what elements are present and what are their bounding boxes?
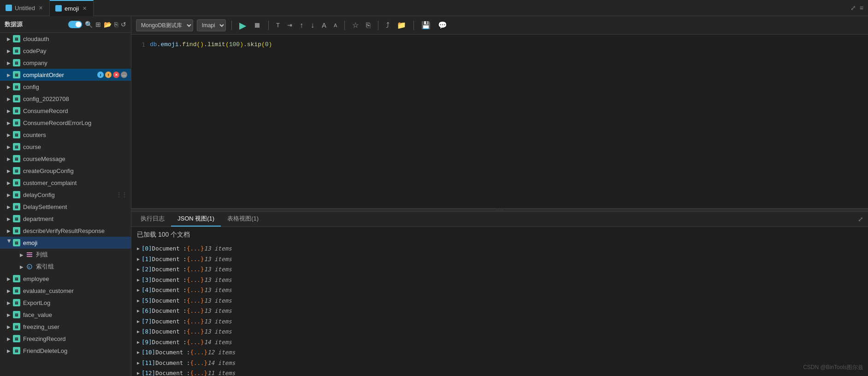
expand-icon[interactable]: ⤢ bbox=[850, 4, 856, 12]
badge-error: ✕ bbox=[113, 72, 119, 78]
menu-icon[interactable]: ≡ bbox=[860, 4, 863, 12]
tab-untitled-close[interactable]: ✕ bbox=[38, 4, 44, 12]
copy2-icon[interactable]: ⎘ bbox=[364, 20, 372, 30]
doc-document-label: Document : bbox=[152, 275, 187, 286]
arrow-sub-icon: ▶ bbox=[18, 263, 25, 270]
document-row[interactable]: ▶[5] Document : {...} 13 items bbox=[137, 296, 862, 306]
sidebar-item-config[interactable]: ▶ ▤ config bbox=[0, 81, 131, 93]
doc-expand-arrow: ▶ bbox=[137, 245, 140, 253]
arrow-icon: ▶ bbox=[6, 227, 12, 234]
collection-icon: ▤ bbox=[13, 323, 20, 330]
sidebar-item-ConsumeRecordErrorLog[interactable]: ▶ ▤ ConsumeRecordErrorLog bbox=[0, 117, 131, 129]
code-dot4: . bbox=[243, 41, 247, 48]
stop-button[interactable]: ⏹ bbox=[252, 20, 263, 30]
sidebar-item-emoji[interactable]: ▶ ▤ emoji bbox=[0, 237, 131, 249]
sidebar-item-FriendDeleteLog[interactable]: ▶ ▤ FriendDeleteLog bbox=[0, 345, 131, 357]
sidebar-item-complaintOrder[interactable]: ▶ ▤ complaintOrder i ! ✕ … bbox=[0, 69, 131, 81]
arrow-sub-icon: ▶ bbox=[18, 251, 25, 258]
results-expand-icon[interactable]: ⤢ bbox=[856, 214, 865, 225]
sidebar-item-employee[interactable]: ▶ ▤ employee bbox=[0, 273, 131, 285]
doc-document-label: Document : bbox=[155, 347, 190, 358]
font-large-icon[interactable]: A bbox=[320, 20, 328, 30]
document-row[interactable]: ▶[0] Document : {...} 13 items bbox=[137, 244, 862, 254]
sidebar-item-face_value[interactable]: ▶ ▤ face_value bbox=[0, 309, 131, 321]
results-content: 已加载 100 个文档 ▶[0] Document : {...} 13 ite… bbox=[131, 227, 868, 376]
tab-bar: Untitled ✕ emoji ✕ ⤢ ≡ bbox=[0, 0, 868, 16]
document-row[interactable]: ▶[10] Document : {...} 12 items bbox=[137, 347, 862, 358]
sidebar-item-createGroupConfig[interactable]: ▶ ▤ createGroupConfig bbox=[0, 165, 131, 177]
document-row[interactable]: ▶[6] Document : {...} 13 items bbox=[137, 306, 862, 316]
indent-icon[interactable]: ⇥ bbox=[285, 21, 294, 30]
db-selector[interactable]: MongoDB测试库 bbox=[136, 19, 193, 31]
collection-icon: ▤ bbox=[13, 83, 20, 90]
document-row[interactable]: ▶[11] Document : {...} 14 items bbox=[137, 358, 862, 369]
resize-handle[interactable]: ⋯⋯ bbox=[131, 208, 868, 212]
sidebar-item-config_20220708[interactable]: ▶ ▤ config_20220708 bbox=[0, 93, 131, 105]
collection-icon: ▤ bbox=[13, 59, 20, 66]
doc-brace: {...} bbox=[190, 347, 207, 358]
tab-emoji[interactable]: emoji ✕ bbox=[50, 0, 94, 16]
toggle-switch[interactable] bbox=[68, 21, 82, 28]
folder2-icon[interactable]: 📁 bbox=[395, 20, 408, 30]
sidebar-item-DelaySettlement[interactable]: ▶ ▤ DelaySettlement bbox=[0, 201, 131, 213]
code-find: find bbox=[182, 41, 196, 48]
document-row[interactable]: ▶[8] Document : {...} 13 items bbox=[137, 327, 862, 337]
up-icon[interactable]: ↑ bbox=[298, 20, 305, 30]
document-row[interactable]: ▶[1] Document : {...} 13 items bbox=[137, 254, 862, 265]
comment-icon[interactable]: 💬 bbox=[436, 20, 449, 30]
sidebar-item-cloudauth[interactable]: ▶ ▤ cloudauth bbox=[0, 33, 131, 45]
sidebar-title: 数据源 bbox=[5, 20, 23, 29]
sidebar-item-evaluate_customer[interactable]: ▶ ▤ evaluate_customer bbox=[0, 285, 131, 297]
format-icon[interactable]: T bbox=[274, 21, 282, 30]
sidebar-item-course[interactable]: ▶ ▤ course bbox=[0, 141, 131, 153]
document-row[interactable]: ▶[9] Document : {...} 14 items bbox=[137, 337, 862, 348]
item-label: evaluate_customer bbox=[23, 287, 127, 294]
sidebar-item-customer_complaint[interactable]: ▶ ▤ customer_complaint bbox=[0, 177, 131, 189]
editor-code[interactable]: db.emoji.find().limit(100).skip(0) bbox=[150, 39, 868, 203]
sidebar-item-freezing_user[interactable]: ▶ ▤ freezing_user bbox=[0, 321, 131, 333]
tab-json[interactable]: JSON 视图(1) bbox=[171, 212, 221, 227]
sidebar-item-delayConfig[interactable]: ▶ ▤ delayConfig ⋮⋮ bbox=[0, 189, 131, 201]
collection-selector[interactable]: lmapi bbox=[197, 19, 226, 31]
sidebar-item-codePay[interactable]: ▶ ▤ codePay bbox=[0, 45, 131, 57]
collection-icon: ▤ bbox=[13, 95, 20, 102]
doc-count: 11 items bbox=[207, 368, 235, 376]
export-icon[interactable]: ⤴ bbox=[384, 20, 391, 30]
sidebar-item-ExportLog[interactable]: ▶ ▤ ExportLog bbox=[0, 297, 131, 309]
search-icon[interactable]: 🔍 bbox=[85, 21, 93, 28]
star-icon[interactable]: ☆ bbox=[350, 20, 360, 30]
sidebar-item-company[interactable]: ▶ ▤ company bbox=[0, 57, 131, 69]
arrow-icon: ▶ bbox=[6, 119, 12, 126]
sidebar-item-emoji-suoyin[interactable]: ▶ α 索引组 bbox=[0, 261, 131, 273]
font-small-icon[interactable]: A bbox=[332, 22, 339, 29]
sidebar-item-ConsumeRecord[interactable]: ▶ ▤ ConsumeRecord bbox=[0, 105, 131, 117]
document-row[interactable]: ▶[3] Document : {...} 13 items bbox=[137, 275, 862, 286]
sidebar-item-describeVerifyResultResponse[interactable]: ▶ ▤ describeVerifyResultResponse bbox=[0, 225, 131, 237]
tab-table[interactable]: 表格视图(1) bbox=[221, 212, 265, 227]
document-row[interactable]: ▶[12] Document : {...} 11 items bbox=[137, 368, 862, 376]
collection-icon: ▤ bbox=[13, 107, 20, 114]
refresh-icon[interactable]: ↺ bbox=[121, 21, 126, 28]
results-area: 执行日志 JSON 视图(1) 表格视图(1) ⤢ 已加载 100 个文档 ▶[… bbox=[131, 212, 868, 376]
sidebar-item-courseMessage[interactable]: ▶ ▤ courseMessage bbox=[0, 153, 131, 165]
tab-untitled[interactable]: Untitled ✕ bbox=[0, 0, 50, 16]
sidebar-item-emoji-liezu[interactable]: ▶ 列组 bbox=[0, 249, 131, 261]
document-row[interactable]: ▶[7] Document : {...} 13 items bbox=[137, 316, 862, 327]
table-icon[interactable]: ⊞ bbox=[95, 21, 101, 28]
copy-icon[interactable]: ⎘ bbox=[114, 21, 118, 28]
document-row[interactable]: ▶[4] Document : {...} 13 items bbox=[137, 285, 862, 296]
folder-open-icon[interactable]: 📂 bbox=[104, 21, 112, 28]
down-icon[interactable]: ↓ bbox=[309, 20, 316, 30]
sidebar-item-counters[interactable]: ▶ ▤ counters bbox=[0, 129, 131, 141]
sidebar-item-FreezingRecord[interactable]: ▶ ▤ FreezingRecord bbox=[0, 333, 131, 345]
doc-count: 13 items bbox=[204, 254, 232, 265]
run-button[interactable]: ▶ bbox=[237, 19, 248, 32]
doc-count: 12 items bbox=[207, 347, 235, 358]
tab-emoji-close[interactable]: ✕ bbox=[82, 5, 88, 12]
toolbar: MongoDB测试库 lmapi ▶ ⏹ T ⇥ ↑ ↓ A A ☆ ⎘ ⤴ 📁… bbox=[131, 16, 868, 35]
tab-log[interactable]: 执行日志 bbox=[134, 212, 171, 227]
sidebar-item-department[interactable]: ▶ ▤ department bbox=[0, 213, 131, 225]
document-row[interactable]: ▶[2] Document : {...} 13 items bbox=[137, 264, 862, 275]
drag-handle[interactable]: ⋮⋮ bbox=[116, 191, 127, 198]
save-icon[interactable]: 💾 bbox=[419, 20, 432, 30]
